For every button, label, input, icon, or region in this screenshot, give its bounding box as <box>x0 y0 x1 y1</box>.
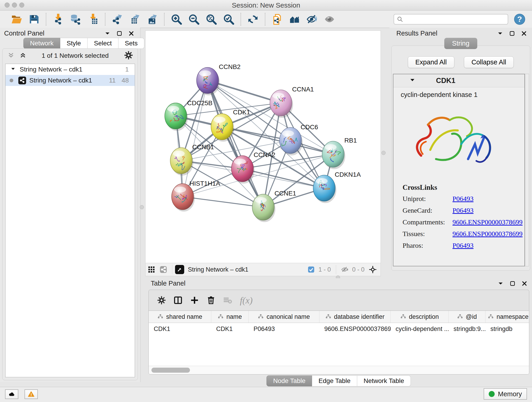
crosslink-link[interactable]: 9606.ENSP00000378699 <box>452 218 523 226</box>
network-node-rb1[interactable]: RB1 <box>322 137 357 169</box>
crosslink-row: Compartments:9606.ENSP00000378699 <box>403 218 525 226</box>
tab-network-table[interactable]: Network Table <box>357 375 411 386</box>
network-node-ccne1[interactable]: CCNE1 <box>252 190 296 222</box>
column-header-id[interactable]: @id <box>449 311 486 323</box>
open-session-icon[interactable] <box>11 13 22 25</box>
table-row[interactable]: CDK1CDK1P064939606.ENSP00000378699cyclin… <box>149 323 529 335</box>
table-cell[interactable]: CDK1 <box>149 323 211 335</box>
column-header-canonical-name[interactable]: canonical name <box>249 311 319 323</box>
zoom-selected-icon[interactable] <box>223 13 234 25</box>
column-header-namespace[interactable]: namespace <box>486 311 529 323</box>
crosslinks-title: CrossLinks <box>403 183 525 191</box>
export-network-icon[interactable] <box>111 13 123 25</box>
import-network-icon[interactable] <box>52 13 64 25</box>
tab-edge-table[interactable]: Edge Table <box>312 375 357 386</box>
float-panel-icon[interactable] <box>510 281 515 287</box>
import-table-icon[interactable] <box>87 13 99 25</box>
network-view-icon[interactable] <box>160 266 167 273</box>
network-edge[interactable] <box>208 80 263 207</box>
tab-sets[interactable]: Sets <box>119 38 144 49</box>
collapse-all-button[interactable]: Collapse All <box>464 56 514 68</box>
search-input[interactable] <box>394 14 508 25</box>
network-node-cdkn1a[interactable]: CDKN1A <box>313 171 361 203</box>
crosslink-link[interactable]: P06493 <box>452 242 474 249</box>
network-options-gear-icon[interactable] <box>124 51 133 61</box>
collection-caret-icon[interactable] <box>11 66 16 73</box>
hide-selected-icon[interactable] <box>306 13 318 25</box>
column-header-description[interactable]: description <box>391 311 449 323</box>
close-panel-icon[interactable] <box>128 31 134 36</box>
network-node-ccnb1[interactable]: CCNB1 <box>170 143 214 176</box>
cloud-button[interactable] <box>5 389 18 399</box>
help-button[interactable]: ? <box>514 14 525 25</box>
table-cell[interactable]: CDK1 <box>211 323 249 335</box>
left-splitter-handle[interactable] <box>140 205 144 209</box>
first-neighbors-icon[interactable] <box>289 13 301 25</box>
float-panel-icon[interactable] <box>116 31 122 36</box>
table-cell[interactable]: stringdb:9... <box>449 323 486 335</box>
tab-string[interactable]: String <box>444 38 477 49</box>
panel-menu-icon[interactable] <box>498 281 504 287</box>
detach-view-button[interactable] <box>175 265 184 274</box>
tab-node-table[interactable]: Node Table <box>266 375 312 386</box>
crosslink-link[interactable]: 9606.ENSP00000378699 <box>452 230 523 238</box>
crosslink-row: Pharos:P06493 <box>403 242 525 249</box>
hidden-eye-slash-icon[interactable] <box>341 266 348 273</box>
zoom-in-icon[interactable] <box>171 13 182 25</box>
save-session-icon[interactable] <box>28 13 40 25</box>
crosslink-link[interactable]: P06493 <box>452 195 474 203</box>
results-scrollbar[interactable] <box>525 74 529 266</box>
show-columns-icon[interactable] <box>173 296 183 305</box>
network-node-hist1h1a[interactable]: HIST1H1A <box>172 180 220 211</box>
function-builder-icon[interactable]: f(x) <box>240 295 253 306</box>
table-cell[interactable]: P06493 <box>249 323 319 335</box>
zoom-out-icon[interactable] <box>188 13 200 25</box>
refresh-icon[interactable] <box>247 13 259 25</box>
column-header-name[interactable]: name <box>211 311 249 323</box>
network-icon <box>18 77 26 84</box>
duplicate-network-icon[interactable] <box>271 13 283 25</box>
close-panel-icon[interactable] <box>521 281 527 287</box>
table-hscroll-thumb[interactable] <box>152 368 190 373</box>
birdseye-navigator-icon[interactable] <box>369 266 376 273</box>
panel-menu-icon[interactable] <box>497 31 503 36</box>
hidden-node-edge-counts: 0 - 0 <box>352 266 365 273</box>
column-header-database-identifier[interactable]: database identifier <box>319 311 391 323</box>
expand-all-button[interactable]: Expand All <box>408 56 454 68</box>
warnings-button[interactable] <box>25 389 38 399</box>
network-node-cdk1[interactable]: CDK1 <box>211 109 250 142</box>
table-cell[interactable]: stringdb <box>486 323 529 335</box>
table-cell[interactable]: 9606.ENSP00000378699 <box>319 323 391 335</box>
tab-select[interactable]: Select <box>88 38 119 49</box>
network-row[interactable]: String Network – cdk1 11 48 <box>6 75 135 86</box>
import-database-icon[interactable] <box>70 13 82 25</box>
export-table-icon[interactable] <box>129 13 141 25</box>
table-cell[interactable]: cyclin-dependent ... <box>391 323 449 335</box>
grid-view-icon[interactable] <box>148 266 155 273</box>
network-canvas[interactable]: CCNB2CCNA1CDC25BCDK1CDC6RB1CCNB1CCNA2CDK… <box>145 31 381 263</box>
zoom-fit-icon[interactable] <box>205 13 217 25</box>
column-header-shared-name[interactable]: shared name <box>149 311 211 323</box>
export-image-icon[interactable] <box>146 13 158 25</box>
show-all-icon[interactable] <box>323 13 336 25</box>
panel-menu-icon[interactable] <box>104 31 110 36</box>
collapse-all-networks-icon[interactable] <box>7 52 14 60</box>
crosslink-link[interactable]: P06493 <box>452 206 474 214</box>
tab-network[interactable]: Network <box>23 38 60 49</box>
memory-button[interactable]: Memory <box>484 388 527 400</box>
tab-style[interactable]: Style <box>60 38 88 49</box>
close-panel-icon[interactable] <box>521 31 527 36</box>
table-hscrollbar[interactable] <box>149 366 529 374</box>
network-collection-row[interactable]: String Network – cdk1 1 <box>6 64 135 75</box>
selected-checkbox-icon[interactable] <box>307 266 315 273</box>
delete-table-icon[interactable] <box>223 296 232 305</box>
network-node-cdc6[interactable]: CDC6 <box>279 123 318 155</box>
create-column-icon[interactable] <box>190 296 199 305</box>
section-caret-icon[interactable] <box>409 77 415 84</box>
delete-column-icon[interactable] <box>206 296 215 305</box>
right-splitter-handle[interactable] <box>381 151 386 155</box>
table-options-gear-icon[interactable] <box>157 296 166 305</box>
node-label-ccna2: CCNA2 <box>254 151 275 158</box>
float-panel-icon[interactable] <box>509 31 515 36</box>
expand-all-networks-icon[interactable] <box>19 52 26 60</box>
